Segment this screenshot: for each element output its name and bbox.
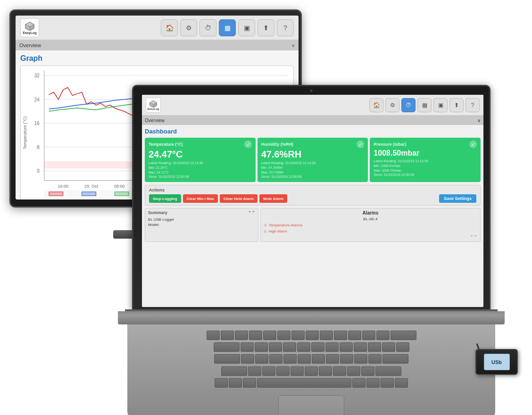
key [362,331,375,340]
key [361,366,374,376]
toolbar-btn-table[interactable]: ▣ [238,19,255,36]
monitor-overview-label: Overview [19,42,41,48]
humidity-since: Since: 31/10/2019 12:00:09 [261,174,365,179]
pressure-value: 1008.50mbar [374,149,477,157]
key [319,366,332,376]
summary-item-1: Model: [148,222,255,227]
key [291,366,304,376]
key [215,378,228,388]
key [241,354,254,364]
key [368,342,381,352]
touchpad[interactable] [278,395,344,415]
key [382,342,395,352]
key [391,331,416,340]
key [243,378,256,388]
toolbar-btn-help[interactable]: ? [277,19,294,36]
svg-text:Temperature (°C): Temperature (°C) [23,116,27,149]
laptop-btn-export[interactable]: ⬆ [449,98,464,112]
key [375,366,401,376]
key [269,342,282,352]
key [320,331,333,340]
key [276,366,290,376]
key [255,354,268,364]
key [291,331,305,340]
key-space [257,378,351,388]
monitor-titlebar: EasyLog 🏠 ⚙ ⏱ ▦ ▣ ⬆ ? [16,16,299,40]
keyboard-row-4 [137,366,486,377]
humidity-min: Min: 47.3%RH [261,166,365,170]
temp-max: Max: 24.71°C [149,170,252,175]
toolbar-btn-graph[interactable]: ▦ [219,19,236,36]
summary-collapse-btn[interactable]: ⌃⌃ [248,210,255,216]
pressure-latest: Latest Reading: 31/10/2019 12:14:39 [374,159,477,164]
laptop-btn-settings[interactable]: ⚙ [385,98,399,112]
toolbar-btn-clock[interactable]: ⏱ [200,19,216,36]
summary-item-0: EL USB Logger [148,217,255,222]
key [325,342,339,352]
monitor-graph-title: Graph [20,54,294,63]
laptop-camera [310,90,313,92]
summary-label: Summary ⌃⌃ [148,210,255,215]
key [396,342,409,352]
svg-text:8: 8 [37,145,40,150]
laptop-btn-graph[interactable]: ▦ [417,98,432,112]
key [334,331,347,340]
humidity-label: Humidity (%RH) [261,142,293,147]
laptop-btn-clock[interactable]: ⏱ [401,98,416,112]
laptop-content: Dashboard Temperature (°C) ✓ 24.47°C Lat… [142,125,483,307]
toolbar-btn-export[interactable]: ⬆ [258,19,274,36]
laptop-btn-home[interactable]: 🏠 [369,98,383,112]
pressure-check-icon: ✓ [469,141,477,148]
key [248,366,261,376]
laptop-btn-help[interactable]: ? [466,98,480,112]
pressure-detail: Latest Reading: 31/10/2019 12:14:39 Min:… [374,159,477,177]
key [381,378,394,388]
svg-text:24: 24 [34,97,40,102]
usb-screen-text: USb [491,359,502,365]
key [229,378,242,388]
summary-section: Summary ⌃⌃ EL USB Logger Model: [145,208,258,242]
key [311,342,324,352]
svg-text:16: 16 [34,121,40,126]
monitor-chevron-icon: ∨ [291,43,295,48]
save-settings-btn[interactable]: Save Settings [439,194,476,203]
key [305,366,318,376]
pressure-card: Pressure (mbar) ✓ 1008.50mbar Latest Rea… [370,138,481,182]
key [283,342,296,352]
actions-label: Actions [149,188,476,192]
laptop-logo: EasyLog [146,98,161,113]
key [340,342,353,352]
key [298,354,311,364]
alarm-warning-icon: ⚠ [264,223,267,227]
alarm-text-0: Temperature Alarms [269,223,303,227]
clear-held-alarm-btn[interactable]: Clear Held Alarm [220,194,258,203]
pressure-since: Since: 31/10/2019 12:00:09 [374,173,477,177]
key [312,354,325,364]
toolbar-btn-settings[interactable]: ⚙ [180,19,197,36]
toolbar-btn-home[interactable]: 🏠 [161,19,178,36]
laptop-overview-chevron: ∨ [477,118,481,123]
clear-min-max-btn[interactable]: Clear Min / Max [183,194,218,203]
key [263,331,276,340]
key [297,342,310,352]
temp-latest: Latest Reading: 31/10/2019 12:14:39 [149,161,252,166]
alarm-entry-1: ⚠ High Alarm [264,228,477,234]
alarms-collapse-btn[interactable]: ⌃⌃ [470,234,477,240]
svg-text:32: 32 [34,73,40,78]
mute-alarm-btn[interactable]: Mute Alarm [259,194,287,203]
laptop-titlebar: EasyLog 🏠 ⚙ ⏱ ▦ ▣ ⬆ ? [142,95,483,116]
key [207,331,220,340]
temp-label: Temperature (°C) [149,142,183,147]
laptop-btn-table[interactable]: ▣ [433,98,448,112]
key [347,366,360,376]
key [283,354,297,364]
key [382,354,408,364]
humidity-detail: Latest Reading: 31/10/2019 12:14:39 Min:… [261,161,365,179]
stop-logging-btn[interactable]: Stop Logging [149,194,181,203]
key [395,378,408,388]
svg-text:0: 0 [37,168,40,174]
key [214,354,240,364]
pressure-max: Max: 1008.70mbar [374,168,477,173]
temp-min: Min: 21.24°C [149,166,252,170]
svg-text:29. Oct: 29. Oct [84,184,98,189]
